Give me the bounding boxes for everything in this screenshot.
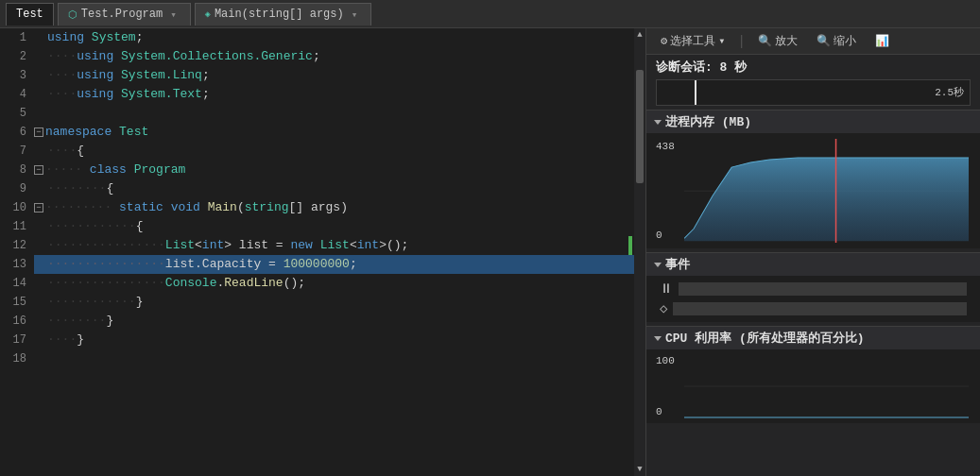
collapse-spacer-4 (34, 85, 47, 104)
ln-12: 12 (4, 236, 26, 255)
scroll-thumb[interactable] (636, 70, 644, 183)
events-section-header[interactable]: 事件 (646, 252, 980, 276)
collapse-class-icon[interactable]: − (34, 165, 43, 175)
cpu-chart: 100 0 (656, 353, 971, 419)
top-bar: Test ⬡ Test.Program ▾ ◈ Main(string[] ar… (0, 0, 980, 28)
event-bar-2 (673, 302, 967, 315)
events-section-title: 事件 (665, 256, 690, 273)
test-program-tab-label: Test.Program (81, 8, 163, 21)
editor-scrollbar[interactable]: ▲ ▼ (634, 28, 645, 476)
code-line-3: ····using System.Linq; (34, 66, 634, 85)
cpu-section-header[interactable]: CPU 利用率 (所有处理器的百分比) (646, 326, 980, 349)
code-line-12: ················List<int> list = new Lis… (34, 236, 634, 255)
code-lines-container[interactable]: using System; ····using System.Collectio… (34, 28, 634, 476)
memory-collapse-icon (654, 120, 662, 125)
scroll-down-arrow[interactable]: ▼ (635, 463, 644, 476)
memory-y-min: 0 (656, 230, 662, 241)
diag-content: 诊断会话: 8 秒 2.5秒 进程内存 (MB) 438 0 (646, 55, 980, 476)
ln-13: 13 (4, 255, 26, 274)
ln-11: 11 (4, 217, 26, 236)
zoom-in-button[interactable]: 🔍 放大 (751, 30, 804, 52)
diag-session-label: 诊断会话: 8 秒 (656, 59, 747, 76)
code-line-11: ············{ (34, 217, 634, 236)
toolbar-sep-1: | (737, 34, 745, 49)
tab-test[interactable]: Test (6, 3, 54, 26)
events-collapse-icon (654, 263, 662, 267)
ln-15: 15 (4, 293, 26, 312)
memory-y-max: 438 (656, 141, 675, 152)
collapse-spacer-3 (34, 66, 47, 85)
pause-icon: ⏸ (660, 281, 673, 297)
ln-3: 3 (4, 66, 26, 85)
chart-button[interactable]: 📊 (868, 31, 896, 51)
diamond-icon: ◇ (660, 300, 667, 316)
ln-2: 2 (4, 47, 26, 66)
timeline-bar[interactable]: 2.5秒 (656, 79, 971, 106)
magnify-out-icon: 🔍 (817, 34, 831, 48)
code-area: 1 2 3 4 5 6 7 8 9 10 11 12 13 14 15 16 1… (0, 28, 645, 476)
timeline-cursor (695, 80, 696, 105)
memory-section-body: 438 0 (646, 133, 980, 248)
zoom-out-button[interactable]: 🔍 缩小 (810, 30, 863, 52)
ln-9: 9 (4, 179, 26, 198)
code-line-5 (34, 104, 634, 123)
ln-5: 5 (4, 104, 26, 123)
code-line-1: using System; (34, 28, 634, 47)
cpu-collapse-icon (654, 336, 662, 341)
tab-main-args[interactable]: ◈ Main(string[] args) ▾ (195, 3, 371, 26)
cpu-section: CPU 利用率 (所有处理器的百分比) 100 0 (646, 326, 980, 423)
ln-7: 7 (4, 142, 26, 161)
tab-test-program[interactable]: ⬡ Test.Program ▾ (58, 3, 191, 26)
zoom-in-label: 放大 (775, 33, 798, 49)
tab-dropdown-arrow2[interactable]: ▾ (348, 8, 362, 21)
code-line-8: − ····· class Program (34, 161, 634, 179)
main-args-tab-label: Main(string[] args) (215, 8, 344, 21)
class-icon: ⬡ (68, 8, 77, 21)
select-tool-button[interactable]: ⚙ 选择工具 ▾ (654, 30, 731, 52)
code-line-4: ····using System.Text; (34, 85, 634, 104)
ln-10: 10 (4, 198, 26, 217)
ln-6: 6 (4, 123, 26, 142)
chart-icon: 📊 (875, 34, 889, 48)
code-line-9: ········{ (34, 179, 634, 198)
zoom-out-label: 缩小 (834, 33, 856, 49)
code-line-16: ········} (34, 312, 634, 331)
ln-16: 16 (4, 312, 26, 331)
collapse-method-icon[interactable]: − (34, 203, 43, 212)
events-section: 事件 ⏸ ◇ (646, 252, 980, 322)
events-section-body: ⏸ ◇ (646, 276, 980, 322)
memory-section-title: 进程内存 (MB) (665, 113, 751, 130)
test-tab-label: Test (16, 8, 43, 21)
magnify-in-icon: 🔍 (758, 34, 772, 48)
memory-section-header[interactable]: 进程内存 (MB) (646, 110, 980, 133)
ln-18: 18 (4, 349, 26, 368)
ln-1: 1 (4, 28, 26, 47)
scroll-up-arrow[interactable]: ▲ (635, 28, 644, 42)
code-line-18 (34, 349, 634, 368)
main-content: 1 2 3 4 5 6 7 8 9 10 11 12 13 14 15 16 1… (0, 28, 980, 476)
diag-header: 诊断会话: 8 秒 (646, 55, 980, 79)
timeline-label: 2.5秒 (935, 85, 964, 99)
event-item-2: ◇ (656, 298, 971, 318)
right-toolbar: ⚙ 选择工具 ▾ | 🔍 放大 🔍 缩小 📊 (646, 28, 980, 55)
cpu-section-title: CPU 利用率 (所有处理器的百分比) (665, 330, 865, 347)
tab-dropdown-arrow[interactable]: ▾ (166, 8, 181, 21)
code-line-2: ····using System.Collections.Generic; (34, 47, 634, 66)
code-line-7: ····{ (34, 142, 634, 161)
code-line-15: ············} (34, 293, 634, 312)
memory-chart: 438 0 (656, 139, 971, 243)
code-line-14: ················Console.ReadLine(); (34, 274, 634, 293)
cpu-chart-svg (684, 353, 969, 419)
event-item-1: ⏸ (656, 280, 971, 298)
event-bar-1 (679, 282, 967, 296)
ln-17: 17 (4, 331, 26, 349)
cpu-y-max: 100 (656, 355, 675, 366)
memory-section: 进程内存 (MB) 438 0 (646, 110, 980, 248)
breakpoint-indicator (628, 236, 632, 255)
select-tool-label: 选择工具 (670, 33, 715, 49)
collapse-spacer-1 (34, 28, 47, 47)
collapse-namespace-icon[interactable]: − (34, 128, 43, 137)
ln-8: 8 (4, 161, 26, 179)
line-numbers: 1 2 3 4 5 6 7 8 9 10 11 12 13 14 15 16 1… (0, 28, 34, 476)
cpu-y-min: 0 (656, 406, 662, 417)
